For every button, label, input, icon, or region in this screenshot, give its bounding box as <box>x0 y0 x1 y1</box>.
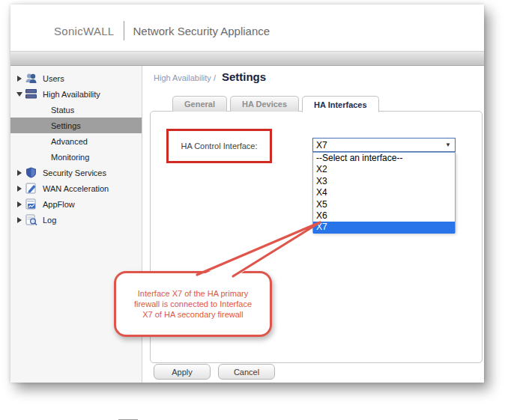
sidebar-item-label: High Availability <box>43 90 100 99</box>
users-icon <box>25 73 37 84</box>
chevron-down-icon[interactable]: ▼ <box>445 141 455 148</box>
collapse-arrow-icon[interactable] <box>15 92 24 97</box>
app-window: SonicWALL Network Security Appliance Use… <box>10 4 484 383</box>
expand-arrow-icon[interactable] <box>15 186 24 192</box>
option-x5[interactable]: X5 <box>313 199 455 210</box>
breadcrumb: High Availability / Settings <box>154 70 266 83</box>
select-selected-value: X7 <box>313 140 445 150</box>
brand-divider <box>124 21 124 40</box>
ha-control-interface-select[interactable]: X7 ▼ <box>312 138 456 152</box>
shield-icon <box>25 167 37 178</box>
tab-ha-interfaces[interactable]: HA Interfaces <box>302 96 379 112</box>
callout-pointer-icon <box>191 217 337 286</box>
sidebar-item-appflow[interactable]: AppFlow <box>10 196 142 212</box>
tab-ha-devices[interactable]: HA Devices <box>230 96 299 112</box>
apply-button[interactable]: Apply <box>154 364 211 380</box>
tab-bar: General HA Devices HA Interfaces <box>172 96 379 112</box>
sidebar-item-settings[interactable]: Settings <box>10 118 142 133</box>
sidebar-item-label: Advanced <box>10 137 88 146</box>
callout-text-line: X7 of HA secondary firewall <box>142 309 244 320</box>
product-name: Network Security Appliance <box>133 25 270 37</box>
nav-tree: Users High Availability Status Settings <box>10 66 142 228</box>
sidebar-item-status[interactable]: Status <box>10 102 142 118</box>
expand-arrow-icon[interactable] <box>15 170 24 176</box>
wan-acceleration-icon <box>25 183 37 194</box>
expand-arrow-icon[interactable] <box>15 217 24 223</box>
breadcrumb-parent[interactable]: High Availability / <box>154 73 216 82</box>
sidebar-item-high-availability[interactable]: High Availability <box>10 86 142 102</box>
server-icon <box>25 88 37 100</box>
sidebar-item-monitoring[interactable]: Monitoring <box>10 149 142 165</box>
sidebar-item-label: WAN Acceleration <box>43 184 109 193</box>
sidebar-item-label: Security Services <box>43 168 106 177</box>
sidebar-item-users[interactable]: Users <box>10 70 142 86</box>
expand-arrow-icon[interactable] <box>15 201 24 207</box>
ha-control-interface-label: HA Control Interface: <box>181 141 257 150</box>
cancel-button[interactable]: Cancel <box>218 364 275 380</box>
app-header: SonicWALL Network Security Appliance <box>10 4 484 51</box>
sidebar-item-label: Status <box>10 106 74 115</box>
brand-name: SonicWALL <box>54 25 115 37</box>
option-x3[interactable]: X3 <box>313 176 455 187</box>
callout-text-line: Interface X7 of the HA primary <box>138 288 248 299</box>
option-select-an-interface[interactable]: --Select an interface-- <box>313 153 455 164</box>
sidebar-item-label: Monitoring <box>10 153 89 162</box>
sidebar-item-advanced[interactable]: Advanced <box>10 133 142 149</box>
log-icon <box>25 214 37 225</box>
sidebar-item-log[interactable]: Log <box>10 212 142 228</box>
brand-lockup: SonicWALL Network Security Appliance <box>54 21 270 40</box>
sidebar-item-label: Users <box>43 74 64 83</box>
sidebar-item-label: AppFlow <box>43 200 75 209</box>
screenshot-page: SonicWALL Network Security Appliance Use… <box>0 0 511 420</box>
tab-general[interactable]: General <box>172 96 227 112</box>
toolbar-strip <box>10 51 484 66</box>
annotation-highlight-box: HA Control Interface: <box>166 129 272 163</box>
option-x4[interactable]: X4 <box>313 187 455 198</box>
page-title: Settings <box>222 70 266 83</box>
sidebar-item-wan-acceleration[interactable]: WAN Acceleration <box>10 180 142 196</box>
option-x2[interactable]: X2 <box>313 164 455 175</box>
sidebar-item-security-services[interactable]: Security Services <box>10 165 142 180</box>
expand-arrow-icon[interactable] <box>15 76 24 82</box>
sidebar-item-label: Log <box>43 216 56 225</box>
sidebar-item-label: Settings <box>10 121 81 130</box>
appflow-icon <box>25 198 37 210</box>
callout-text-line: firewall is connected to Interface <box>134 299 252 309</box>
